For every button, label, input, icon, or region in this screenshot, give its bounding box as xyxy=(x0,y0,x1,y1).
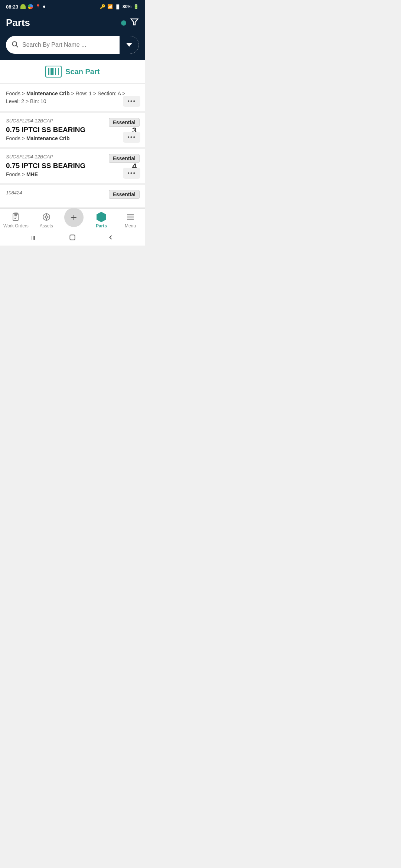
google-icon xyxy=(28,4,33,9)
status-indicator xyxy=(121,20,126,26)
svg-point-1 xyxy=(12,42,17,46)
bottom-nav: Work Orders Assets + xyxy=(0,208,145,246)
plus-icon: + xyxy=(71,212,77,223)
time-display: 08:23 xyxy=(6,4,18,10)
nav-assets[interactable]: Assets xyxy=(35,212,58,228)
status-right: 🔑 📶 ▐▌ 80% 🔋 xyxy=(100,4,139,9)
card-2-location: Foods > MHE xyxy=(6,171,139,177)
card-1-location: Foods > Maintenance Crib xyxy=(6,135,139,141)
card-1-sku: SUCSFL204-12BCAP xyxy=(6,118,53,124)
notification-dot xyxy=(43,6,45,8)
nav-parts-label: Parts xyxy=(96,223,107,228)
part-card-1: SUCSFL204-12BCAP Essential 0.75 IPTCI SS… xyxy=(0,113,145,147)
card-2-badge: Essential xyxy=(109,154,140,163)
nav-add-button[interactable]: + xyxy=(64,208,84,227)
back-button[interactable] xyxy=(107,234,114,241)
svg-rect-7 xyxy=(14,213,17,214)
location-icon: 📍 xyxy=(35,4,41,9)
card-0-breadcrumb: Foods > Maintenance Crib > Row: 1 > Sect… xyxy=(6,90,139,105)
battery-label: 80% xyxy=(123,4,131,9)
battery-icon: 🔋 xyxy=(133,4,139,9)
nav-parts[interactable]: Parts xyxy=(90,212,113,228)
nav-assets-label: Assets xyxy=(40,223,53,228)
svg-point-9 xyxy=(45,216,48,218)
card-2-title: 0.75 IPTCI SS BEARING xyxy=(6,162,85,170)
nav-menu-label: Menu xyxy=(125,223,136,228)
page-title: Parts xyxy=(6,17,30,29)
part-card-0: Foods > Maintenance Crib > Row: 1 > Sect… xyxy=(0,84,145,111)
search-input[interactable] xyxy=(22,42,114,48)
status-left: 08:23 📍 xyxy=(6,4,45,10)
content-area: Scan Part Foods > Maintenance Crib > Row… xyxy=(0,60,145,207)
status-bar: 08:23 📍 🔑 📶 ▐▌ 80% 🔋 xyxy=(0,0,145,13)
svg-marker-0 xyxy=(131,19,138,25)
barcode-icon xyxy=(45,66,62,78)
android-icon xyxy=(20,4,26,9)
menu-dots-icon: ••• xyxy=(127,134,136,140)
card-1-title: 0.75 IPTCI SS BEARING xyxy=(6,126,85,134)
signal-icon: ▐▌ xyxy=(115,4,121,9)
svg-rect-20 xyxy=(70,235,75,240)
search-bar xyxy=(6,36,139,54)
card-2-sku: SUCSFL204-12BCAP xyxy=(6,154,53,160)
svg-line-2 xyxy=(16,45,18,47)
wifi-icon: 📶 xyxy=(107,4,113,9)
card-1-menu-button[interactable]: ••• xyxy=(123,132,140,143)
recent-apps-button[interactable] xyxy=(30,234,38,241)
scan-part-label: Scan Part xyxy=(65,68,100,76)
menu-icon xyxy=(125,212,135,222)
dropdown-arrow-icon xyxy=(126,43,132,47)
header: Parts xyxy=(0,13,145,36)
search-dropdown-button[interactable] xyxy=(120,36,139,54)
nav-work-orders[interactable]: Work Orders xyxy=(3,212,29,228)
nav-menu[interactable]: Menu xyxy=(119,212,141,228)
nav-work-orders-label: Work Orders xyxy=(3,223,29,228)
filter-button[interactable] xyxy=(130,17,139,28)
search-input-wrapper xyxy=(6,40,120,50)
card-1-badge: Essential xyxy=(109,118,140,127)
home-button[interactable] xyxy=(69,234,76,241)
filter-icon xyxy=(130,17,139,28)
key-icon: 🔑 xyxy=(100,4,105,9)
header-actions xyxy=(121,17,139,28)
nav-bar: Work Orders Assets + xyxy=(0,209,145,230)
assets-icon xyxy=(42,212,51,222)
part-card-3: 108424 Essential xyxy=(0,185,145,207)
card-3-badge: Essential xyxy=(109,190,140,199)
parts-icon xyxy=(97,212,106,222)
menu-dots-icon: ••• xyxy=(127,98,136,104)
scan-part-bar[interactable]: Scan Part xyxy=(0,60,145,84)
search-icon xyxy=(11,40,19,50)
search-container xyxy=(0,36,145,60)
card-3-sku: 108424 xyxy=(6,190,22,195)
android-home-bar xyxy=(0,230,145,246)
work-orders-icon xyxy=(11,212,21,222)
menu-dots-icon: ••• xyxy=(127,170,136,176)
card-0-menu-button[interactable]: ••• xyxy=(123,96,140,107)
part-card-2: SUCSFL204-12BCAP Essential 0.75 IPTCI SS… xyxy=(0,149,145,183)
card-2-menu-button[interactable]: ••• xyxy=(123,168,140,179)
